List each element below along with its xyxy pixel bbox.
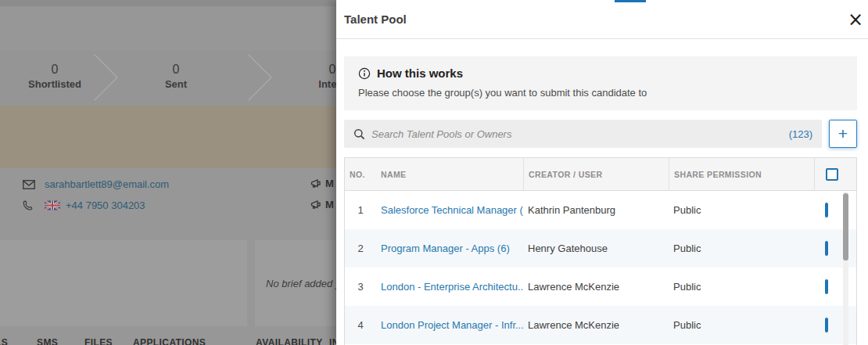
talent-pool-panel: Talent Pool × How this works Please choo…: [336, 0, 868, 345]
close-icon[interactable]: ×: [848, 12, 863, 27]
share-permission: Public: [669, 204, 814, 216]
info-icon: [358, 67, 371, 80]
how-this-works-box: How this works Please choose the group(s…: [344, 56, 857, 110]
phone-icon: [23, 200, 36, 210]
table-scrollbar-thumb[interactable]: [843, 193, 848, 261]
table-row[interactable]: 1 Salesforce Technical Manager (... Kath…: [345, 191, 856, 229]
funnel-stage-sent[interactable]: 0 Sent: [113, 62, 239, 92]
announce-group-sms[interactable]: M: [310, 199, 334, 210]
contact-info-block: sarahbartlett89@email.com M +44 7950 304…: [0, 174, 338, 216]
search-icon: [353, 128, 365, 140]
pool-name-link[interactable]: London Project Manager - Infr...: [376, 319, 523, 331]
table-scrollbar-track[interactable]: [843, 192, 848, 345]
tab-files[interactable]: FILES: [84, 337, 113, 345]
column-header-creator: CREATOR / USER: [523, 158, 669, 191]
row-checkbox[interactable]: [825, 203, 828, 217]
table-row[interactable]: 2 Program Manager - Apps (6) Henry Gateh…: [345, 229, 856, 268]
search-bar[interactable]: (123): [344, 120, 822, 148]
row-number: 1: [345, 204, 376, 216]
row-number: 3: [345, 281, 376, 293]
envelope-icon: [23, 180, 36, 189]
results-count: (123): [789, 128, 812, 140]
row-select-cell: [814, 319, 856, 331]
dimmed-background-page: 0 Shortlisted 0 Sent 0 Interv sarahbartl…: [0, 0, 338, 345]
uk-flag-icon: [45, 200, 60, 210]
panel-title: Talent Pool: [344, 13, 407, 26]
brief-placeholder-text: No brief added ye: [266, 278, 338, 289]
row-number: 4: [345, 319, 376, 331]
row-select-cell: [814, 281, 856, 293]
pipeline-funnel: 0 Shortlisted 0 Sent 0 Interv: [0, 51, 338, 106]
search-row: (123) +: [344, 120, 857, 148]
share-permission: Public: [669, 319, 814, 331]
background-top-strip: [0, 0, 338, 6]
megaphone-icon: [310, 199, 322, 210]
announce-label-fragment: M: [325, 178, 334, 189]
pool-name-link[interactable]: London - Enterprise Architectu...: [376, 281, 523, 293]
row-number: 2: [345, 243, 376, 254]
info-heading-row: How this works: [358, 66, 843, 80]
left-empty-card: [0, 240, 247, 326]
talent-pool-table: NO. NAME CREATOR / USER SHARE PERMISSION…: [344, 157, 857, 345]
row-select-cell: [814, 204, 856, 216]
select-all-checkbox[interactable]: [826, 168, 838, 181]
profile-bottom-tabs: LS SMS FILES APPLICATIONS AVAILABILITY I…: [0, 337, 338, 345]
candidate-email-link[interactable]: sarahbartlett89@email.com: [45, 178, 169, 190]
share-permission: Public: [669, 281, 814, 293]
select-all-cell: [814, 158, 856, 191]
column-header-no: NO.: [345, 170, 376, 179]
stage-count: 0: [270, 62, 338, 77]
stage-label: Interv: [270, 77, 338, 92]
panel-body: How this works Please choose the group(s…: [336, 56, 868, 345]
info-body-text: Please choose the group(s) you want to s…: [358, 87, 843, 99]
announce-label-fragment: M: [325, 199, 334, 210]
table-row[interactable]: 3 London - Enterprise Architectu... Lawr…: [345, 268, 856, 306]
panel-header: Talent Pool ×: [336, 0, 868, 39]
pool-name-link[interactable]: Salesforce Technical Manager (...: [376, 204, 523, 216]
row-checkbox[interactable]: [825, 279, 828, 294]
megaphone-icon: [310, 178, 322, 189]
share-permission: Public: [669, 243, 814, 254]
profile-header-band: [0, 106, 338, 168]
search-input[interactable]: [371, 128, 783, 140]
column-header-share-permission: SHARE PERMISSION: [669, 158, 814, 191]
pool-creator: Kathrin Pantenburg: [523, 204, 669, 216]
tab-availability[interactable]: AVAILABILITY: [256, 337, 323, 345]
tab-applications[interactable]: APPLICATIONS: [133, 337, 206, 345]
pool-creator: Lawrence McKenzie: [523, 281, 669, 293]
table-row[interactable]: 4 London Project Manager - Infr... Lawre…: [345, 306, 856, 344]
table-header: NO. NAME CREATOR / USER SHARE PERMISSION: [345, 158, 856, 191]
stage-count: 0: [113, 62, 239, 77]
tab-sms[interactable]: SMS: [37, 337, 58, 345]
funnel-stage-interviewed[interactable]: 0 Interv: [270, 62, 338, 92]
announce-group-email[interactable]: M: [310, 178, 334, 189]
column-header-name: NAME: [376, 170, 523, 179]
info-heading: How this works: [377, 66, 463, 80]
stage-label: Sent: [113, 77, 239, 92]
pool-creator: Henry Gatehouse: [523, 243, 669, 254]
pool-name-link[interactable]: Program Manager - Apps (6): [376, 243, 523, 254]
phone-row: +44 7950 304203 M: [0, 195, 338, 216]
tab-emails-fragment[interactable]: LS: [0, 337, 8, 345]
pool-creator: Lawrence McKenzie: [523, 319, 669, 331]
profile-cards: No brief added ye: [0, 240, 338, 326]
brief-card: No brief added ye: [255, 240, 338, 326]
email-row: sarahbartlett89@email.com M: [0, 174, 338, 195]
row-checkbox[interactable]: [825, 241, 828, 256]
candidate-phone-link[interactable]: +44 7950 304203: [66, 199, 145, 211]
top-accent-bar: [615, 0, 646, 2]
row-checkbox[interactable]: [825, 318, 828, 332]
add-talent-pool-button[interactable]: +: [829, 120, 857, 148]
row-select-cell: [814, 243, 856, 254]
